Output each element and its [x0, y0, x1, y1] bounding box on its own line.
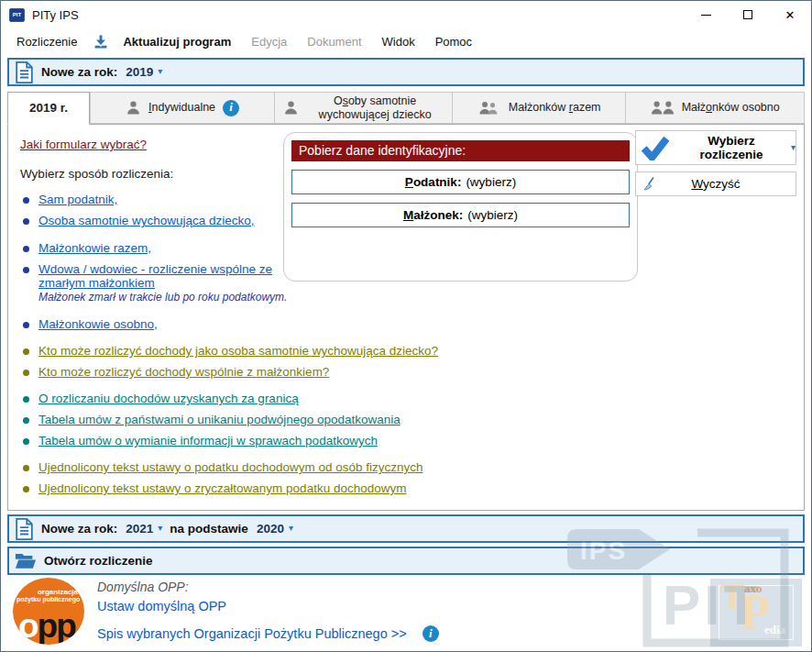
faq-single-parent-link[interactable]: Kto może rozliczyć dochody jako osoba sa… [38, 344, 438, 358]
download-icon [93, 34, 109, 50]
menubar: Rozliczenie Aktualizuj program Edycja Do… [1, 28, 811, 54]
tab-malzonkow-razem[interactable]: Małżonków razem [453, 92, 627, 124]
tab-2019[interactable]: 2019 r. [7, 92, 90, 125]
option-malzonkowie-razem-link[interactable]: Małżonkowie razem, [38, 241, 151, 255]
main-content: Jaki formularz wybrać? Wybierz sposób ro… [7, 124, 805, 511]
list-item: Ujednolicony tekst ustawy o podatku doch… [20, 460, 570, 474]
option-wdowa-link[interactable]: Wdowa / wdowiec - rozliczenie wspólne ze… [38, 262, 272, 290]
close-icon: ✕ [785, 8, 796, 22]
default-opp-label: Domyślna OPP: [97, 580, 439, 594]
chevron-down-icon[interactable]: ▾ [289, 523, 293, 533]
option-osoba-samotnie-link[interactable]: Osoba samotnie wychowująca dziecko, [38, 214, 255, 227]
info-icon[interactable]: i [422, 625, 439, 642]
choose-settlement-button[interactable]: Wybierz rozliczenie ▾ [635, 130, 796, 165]
maximize-icon [743, 10, 752, 19]
banner-new-2019[interactable]: Nowe za rok: 2019 ▾ [7, 58, 805, 86]
settlement-options-list: Sam podatnik, Osoba samotnie wychowująca… [20, 193, 295, 331]
maximize-button[interactable] [727, 1, 769, 28]
list-item: Wdowa / wdowiec - rozliczenie wspólne ze… [20, 262, 295, 304]
actions-column: Wybierz rozliczenie ▾ Wyczyść [635, 130, 796, 196]
opp-logo: organizacja pożytku publicznego opp [13, 578, 84, 645]
tab-label: Indywidualne [148, 101, 215, 114]
tab-label: Osoby samotnie wychowującej dziecko [306, 94, 444, 121]
app-window: PIT PITy IPS ✕ Rozliczenie Aktualizuj pr… [0, 0, 812, 652]
menu-widok[interactable]: Widok [374, 32, 423, 51]
foreign-income-link[interactable]: O rozliczaniu dochodów uzyskanych za gra… [38, 392, 299, 405]
bullet-icon [23, 246, 29, 252]
tab-label: Małżonków osobno [682, 101, 780, 114]
list-item: Małżonkowie osobno, [20, 317, 295, 331]
folder-open-icon [15, 552, 37, 569]
menu-aktualizuj-program[interactable]: Aktualizuj program [115, 32, 239, 51]
chevron-down-icon[interactable]: ▾ [158, 523, 162, 533]
users-icon [651, 100, 675, 116]
which-form-link[interactable]: Jaki formularz wybrać? [20, 138, 147, 151]
menu-edycja: Edycja [243, 32, 295, 51]
taxopedia-logo: T axo P edia [710, 579, 802, 646]
year-select[interactable]: 2021 [126, 522, 153, 536]
clear-label: Wyczyść [691, 177, 740, 191]
banner-open-settlement[interactable]: Otwórz rozliczenie [7, 547, 805, 575]
list-item: Tabela umów z państwami o unikaniu podwó… [20, 413, 570, 426]
bullet-icon [23, 438, 29, 445]
tabstrip: 2019 r. Indywidualne i Osoby samotnie wy… [7, 92, 805, 124]
set-default-opp-link[interactable]: Ustaw domyślną OPP [97, 599, 226, 613]
widow-note: Małżonek zmarł w trakcie lub po roku pod… [38, 291, 295, 304]
list-item: Ujednolicony tekst ustawy o zryczałtowan… [20, 481, 570, 495]
year-select[interactable]: 2019 [126, 65, 153, 79]
close-button[interactable]: ✕ [769, 1, 811, 28]
bullet-icon [23, 197, 29, 204]
minimize-button[interactable] [685, 1, 727, 28]
bullet-icon [23, 396, 29, 403]
lump-sum-act-link[interactable]: Ujednolicony tekst ustawy o zryczałtowan… [38, 481, 406, 495]
tab-label: 2019 r. [29, 101, 68, 116]
bullet-icon [23, 465, 29, 471]
double-taxation-table-link[interactable]: Tabela umów z państwami o unikaniu podwó… [38, 413, 401, 426]
bullet-icon [23, 486, 29, 492]
list-item: Sam podatnik, [20, 193, 295, 206]
clear-button[interactable]: Wyczyść [635, 171, 796, 196]
banner-label: Nowe za rok: [41, 522, 117, 536]
list-item: Tabela umów o wymianie informacji w spra… [20, 434, 570, 448]
option-malzonkowie-osobno-link[interactable]: Małżonkowie osobno, [38, 317, 158, 331]
tab-malzonkow-osobno[interactable]: Małżonków osobno [626, 92, 805, 124]
user-icon [283, 100, 299, 116]
taxpayer-select-button[interactable]: Podatnik: (wybierz) [291, 170, 630, 194]
users-icon [477, 100, 501, 116]
identification-panel: Pobierz dane identyfikacyjne: Podatnik: … [283, 132, 638, 282]
chevron-down-icon: ▾ [791, 142, 796, 152]
base-year-select[interactable]: 2020 [257, 522, 284, 536]
tab-osoby-samotnie[interactable]: Osoby samotnie wychowującej dziecko [275, 92, 453, 124]
document-icon [15, 61, 34, 83]
minimize-icon [701, 15, 711, 16]
list-item: Kto może rozliczyć dochody wspólnie z ma… [20, 365, 570, 379]
bullet-icon [23, 348, 29, 355]
faq-links-list: Kto może rozliczyć dochody jako osoba sa… [20, 344, 570, 379]
banner-label: Otwórz rozliczenie [44, 554, 153, 568]
menu-pomoc[interactable]: Pomoc [427, 32, 480, 51]
info-exchange-table-link[interactable]: Tabela umów o wymianie informacji w spra… [38, 434, 378, 448]
banner-middle-label: na podstawie [170, 522, 248, 536]
list-item: Kto może rozliczyć dochody jako osoba sa… [20, 344, 570, 358]
bullet-icon [23, 417, 29, 424]
tab-indywidualne[interactable]: Indywidualne i [90, 92, 276, 124]
menu-rozliczenie[interactable]: Rozliczenie [8, 32, 85, 51]
window-title: PITy IPS [32, 8, 79, 22]
treaty-links-list: O rozliczaniu dochodów uzyskanych za gra… [20, 392, 570, 448]
spouse-select-button[interactable]: Małżonek: (wybierz) [291, 203, 630, 227]
faq-spouse-link[interactable]: Kto może rozliczyć dochody wspólnie z ma… [38, 365, 329, 379]
tab-label: Małżonków razem [509, 101, 601, 114]
app-icon: PIT [9, 8, 25, 22]
pit-act-link[interactable]: Ujednolicony tekst ustawy o podatku doch… [38, 460, 422, 474]
banner-new-2021[interactable]: Nowe za rok: 2021 ▾ na podstawie 2020 ▾ [7, 514, 805, 543]
banner-label: Nowe za rok: [41, 65, 117, 79]
bullet-icon [23, 322, 29, 328]
checkmark-icon [642, 135, 669, 160]
info-icon[interactable]: i [223, 100, 239, 116]
option-sam-podatnik-link[interactable]: Sam podatnik, [38, 193, 117, 206]
chevron-down-icon[interactable]: ▾ [158, 66, 162, 76]
bullet-icon [23, 267, 29, 273]
opp-list-link[interactable]: Spis wybranych Organizacji Pożytku Publi… [97, 626, 407, 641]
bullet-icon [23, 218, 29, 225]
menu-dokument: Dokument [299, 32, 369, 51]
